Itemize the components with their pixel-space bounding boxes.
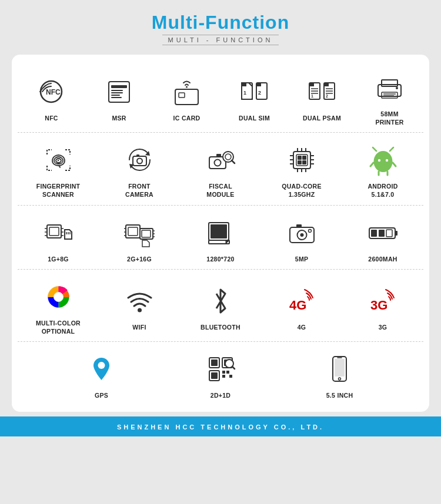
quad-core-label: QUAD-CORE 1.35GHZ [282, 183, 321, 199]
2g16g-icon [121, 214, 159, 252]
svg-rect-119 [211, 372, 218, 379]
feature-row-3: 1G+8G [18, 206, 423, 270]
msr-icon [100, 73, 138, 111]
feature-wifi: WIFI [104, 282, 175, 332]
svg-rect-34 [133, 156, 146, 166]
svg-point-8 [186, 86, 188, 88]
svg-line-125 [232, 367, 235, 369]
svg-rect-45 [298, 156, 302, 160]
svg-rect-120 [222, 371, 225, 374]
android-icon [364, 141, 402, 179]
multicolor-label: MULTI-COLOR OPTIONAL [36, 320, 81, 335]
inch-icon [320, 350, 359, 388]
multicolor-icon [39, 278, 78, 316]
feature-row-2: FINGERPRINT SCANNER [18, 133, 423, 205]
bluetooth-label: BLUETOOTH [201, 324, 240, 332]
fiscal-icon [202, 141, 240, 179]
feature-ic-card: IC CARD [153, 73, 220, 123]
svg-rect-39 [216, 154, 221, 157]
svg-line-63 [390, 147, 393, 151]
fingerprint-label: FINGERPRINT SCANNER [36, 183, 80, 199]
3g-label: 3G [379, 324, 387, 332]
page-wrapper: Multi-Function MULTI - FUNCTION NFC NFC [0, 0, 441, 412]
1g8g-icon [39, 214, 78, 252]
feature-fiscal: FISCAL MODULE [185, 141, 256, 199]
4g-icon: 4G [283, 282, 321, 320]
svg-point-35 [137, 159, 142, 164]
feature-fingerprint: FINGERPRINT SCANNER [23, 141, 93, 199]
svg-line-42 [232, 160, 235, 163]
ic-card-label: IC CARD [173, 115, 201, 123]
feature-row-5: GPS [18, 342, 423, 406]
main-card: NFC NFC [12, 55, 429, 412]
svg-rect-103 [395, 231, 397, 236]
resolution-icon [202, 214, 240, 252]
svg-point-31 [396, 87, 398, 89]
dual-psam-icon: 1 2 [303, 73, 341, 111]
feature-2d1d: 2D+1D [185, 350, 256, 400]
feature-front-camera: FRONT CAMERA [104, 141, 175, 199]
svg-rect-115 [211, 359, 218, 366]
svg-rect-122 [222, 375, 225, 378]
2d1d-label: 2D+1D [211, 392, 230, 400]
svg-text:1: 1 [243, 90, 246, 96]
feature-row-4: MULTI-COLOR OPTIONAL WIFI [18, 270, 423, 342]
feature-4g: 4G 4G [266, 282, 337, 332]
svg-line-68 [370, 163, 373, 166]
svg-text:3G: 3G [370, 298, 387, 313]
feature-battery: 2600MAH [348, 214, 418, 264]
feature-quad-core: QUAD-CORE 1.35GHZ [266, 141, 337, 199]
fingerprint-icon [39, 141, 78, 179]
android-label: ANDROID 5.1&7.0 [368, 183, 397, 199]
2g16g-label: 2G+16G [127, 256, 152, 264]
svg-rect-121 [226, 371, 229, 374]
dual-sim-icon: 1 2 [235, 73, 273, 111]
svg-rect-36 [136, 154, 139, 157]
5mp-label: 5MP [295, 256, 309, 264]
gps-icon [82, 350, 121, 388]
svg-text:2: 2 [326, 94, 328, 98]
feature-nfc: NFC NFC [18, 73, 85, 123]
svg-rect-104 [371, 230, 377, 237]
svg-rect-7 [111, 97, 122, 98]
svg-rect-105 [379, 230, 385, 237]
footer-text: SHENZHEN HCC TECHNOLOGY CO., LTD. [117, 424, 324, 431]
1g8g-label: 1G+8G [48, 256, 69, 264]
4g-label: 4G [298, 324, 306, 332]
svg-rect-28 [382, 92, 397, 98]
svg-line-62 [373, 147, 376, 151]
svg-text:NFC: NFC [46, 88, 61, 96]
bluetooth-icon [202, 282, 240, 320]
feature-5mp: 5MP [266, 214, 337, 264]
msr-label: MSR [112, 115, 126, 123]
svg-rect-2 [109, 82, 129, 102]
svg-point-99 [300, 233, 303, 237]
feature-inch: 5.5 INCH [305, 350, 375, 400]
battery-label: 2600MAH [368, 256, 397, 264]
3g-icon: 3G [364, 282, 402, 320]
svg-rect-3 [111, 85, 127, 88]
svg-point-38 [214, 160, 220, 166]
svg-rect-127 [335, 359, 345, 377]
svg-text:2: 2 [258, 90, 261, 96]
svg-rect-6 [111, 95, 120, 96]
feature-gps: GPS [66, 350, 137, 400]
wifi-label: WIFI [132, 324, 146, 332]
5mp-icon [283, 214, 321, 252]
feature-dual-sim: 1 2 DUAL SIM [220, 73, 288, 123]
dual-psam-label: DUAL PSAM [303, 115, 341, 123]
feature-row-1: NFC NFC [18, 61, 423, 133]
gps-label: GPS [95, 392, 108, 400]
feature-android: ANDROID 5.1&7.0 [348, 141, 418, 199]
battery-icon [364, 214, 402, 252]
svg-point-101 [308, 229, 311, 232]
svg-point-61 [373, 151, 392, 172]
inch-label: 5.5 INCH [326, 392, 353, 400]
nfc-label: NFC [45, 115, 58, 123]
feature-1g8g: 1G+8G [23, 214, 93, 264]
svg-rect-100 [296, 224, 302, 228]
svg-rect-5 [111, 92, 123, 93]
page-subtitle: MULTI - FUNCTION [162, 35, 279, 45]
svg-rect-123 [229, 375, 232, 378]
page-title: Multi-Function [12, 12, 429, 33]
